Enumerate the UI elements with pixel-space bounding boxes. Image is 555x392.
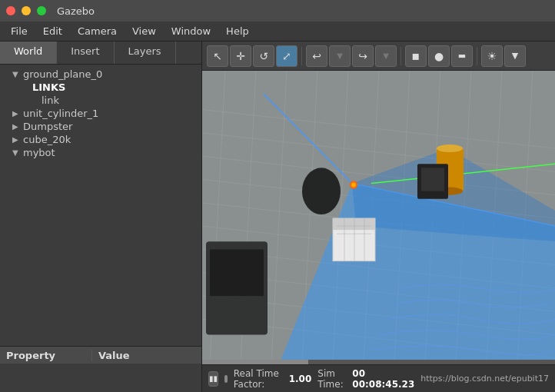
3d-viewport[interactable]: ↖ ✛ ↺ ⤢ ↩ ▼ ↪ ▼ ▪ ● ▬ ☀ ▼ [202, 42, 555, 392]
pause-icon: ▮▮ [209, 374, 218, 383]
menu-camera[interactable]: Camera [70, 24, 125, 38]
titlebar: Gazebo [0, 0, 555, 22]
tree-arrow: ▼ [12, 148, 22, 157]
scale-tool-button[interactable]: ⤢ [276, 45, 297, 67]
tab-world[interactable]: World [0, 42, 57, 64]
menubar: File Edit Camera View Window Help [0, 22, 555, 42]
tree-label: link [42, 95, 59, 106]
tree-label: LINKS [32, 81, 65, 93]
translate-tool-button[interactable]: ✛ [230, 45, 251, 67]
rotate-tool-button[interactable]: ↺ [253, 45, 274, 67]
tree-arrow: ▶ [12, 109, 22, 118]
tree-label: unit_cylinder_1 [23, 108, 98, 119]
tab-layers[interactable]: Layers [115, 42, 176, 64]
close-button[interactable] [6, 6, 15, 15]
tree-label: cube_20k [23, 134, 71, 145]
prop-col-value: Value [92, 350, 201, 361]
rtf-value: 1.00 [289, 374, 312, 384]
toolbar-separator-2 [400, 47, 401, 65]
tree-item-ground-plane[interactable]: ▼ ground_plane_0 [0, 68, 201, 81]
undo-button[interactable]: ↩ [306, 45, 327, 67]
tree-arrow: ▶ [12, 122, 22, 131]
svg-point-43 [351, 183, 356, 188]
rtf-label: Real Time Factor: [234, 368, 283, 390]
select-tool-button[interactable]: ↖ [207, 45, 228, 67]
menu-file[interactable]: File [3, 24, 35, 38]
svg-rect-30 [333, 218, 375, 230]
sim-value: 00 00:08:45.23 [352, 368, 414, 390]
prop-col-property: Property [0, 350, 92, 361]
svg-point-41 [302, 168, 341, 214]
tree-item-dumpster[interactable]: ▶ Dumpster [0, 120, 201, 133]
add-light-button[interactable]: ☀ [481, 45, 503, 67]
tree-arrow: ▶ [12, 135, 22, 144]
scene-tree: ▼ ground_plane_0 LINKS link ▶ unit_cylin… [0, 65, 201, 346]
add-cylinder-button[interactable]: ▬ [451, 45, 473, 67]
pause-button[interactable]: ▮▮ [208, 371, 218, 387]
3d-scene[interactable] [202, 71, 555, 364]
sim-label: Sim Time: [317, 368, 346, 390]
tree-item-cylinder[interactable]: ▶ unit_cylinder_1 [0, 107, 201, 120]
url-bar: https://blog.csdn.net/epubit17 [420, 374, 549, 384]
svg-rect-28 [210, 249, 264, 296]
tree-item-mybot[interactable]: ▼ mybot [0, 146, 201, 159]
redo-arrow-icon: ▼ [375, 45, 397, 67]
property-table: Property Value [0, 346, 201, 392]
scene-svg [202, 71, 555, 364]
menu-help[interactable]: Help [218, 24, 257, 38]
tab-insert[interactable]: Insert [57, 42, 114, 64]
menu-view[interactable]: View [125, 24, 164, 38]
more-button[interactable]: ▼ [504, 45, 526, 67]
menu-window[interactable]: Window [164, 24, 218, 38]
statusbar: ▮▮ Real Time Factor: 1.00 Sim Time: 00 0… [202, 364, 555, 392]
minimize-button[interactable] [22, 6, 31, 15]
tab-bar: World Insert Layers [0, 42, 201, 65]
tree-label: ground_plane_0 [23, 68, 102, 80]
redo-button[interactable]: ↪ [352, 45, 374, 67]
add-sphere-button[interactable]: ● [428, 45, 450, 67]
svg-rect-40 [421, 168, 444, 191]
tree-label: Dumpster [23, 121, 72, 132]
left-panel: World Insert Layers ▼ ground_plane_0 LIN… [0, 42, 202, 392]
menu-edit[interactable]: Edit [35, 24, 70, 38]
toolbar-separator [301, 47, 302, 65]
maximize-button[interactable] [37, 6, 46, 15]
svg-point-37 [437, 145, 463, 152]
main-area: World Insert Layers ▼ ground_plane_0 LIN… [0, 42, 555, 392]
viewport-toolbar: ↖ ✛ ↺ ⤢ ↩ ▼ ↪ ▼ ▪ ● ▬ ☀ ▼ [202, 42, 555, 71]
tree-item-link[interactable]: link [0, 94, 201, 107]
tree-item-links[interactable]: LINKS [0, 81, 201, 94]
undo-arrow-icon: ▼ [329, 45, 351, 67]
tree-label: mybot [23, 147, 55, 158]
status-indicator [224, 375, 228, 383]
prop-header: Property Value [0, 347, 201, 364]
app-title: Gazebo [57, 5, 95, 17]
tree-item-cube[interactable]: ▶ cube_20k [0, 133, 201, 146]
add-box-button[interactable]: ▪ [405, 45, 427, 67]
toolbar-separator-3 [477, 47, 477, 65]
tree-arrow: ▼ [12, 70, 22, 78]
